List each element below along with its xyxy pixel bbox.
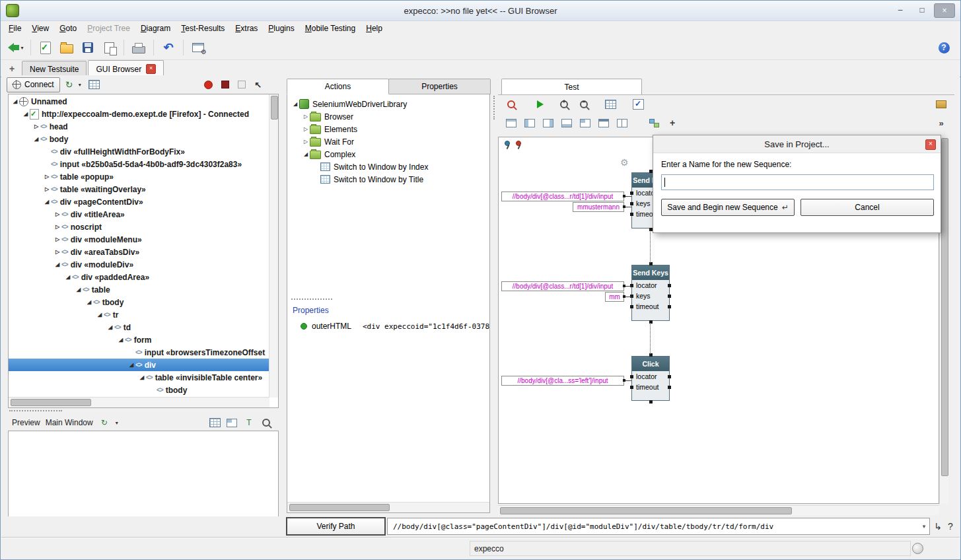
- print-icon[interactable]: [129, 38, 149, 57]
- diagram-block[interactable]: Clicklocatortimeout: [631, 356, 670, 401]
- settings-icon[interactable]: [188, 38, 208, 57]
- chevron-down-icon[interactable]: ▾: [116, 420, 122, 426]
- tree-expand-icon[interactable]: ▷: [302, 126, 310, 132]
- tree-item[interactable]: ◢<>form: [9, 333, 269, 346]
- tree-expand-icon[interactable]: ◢: [291, 101, 299, 107]
- tree-item[interactable]: <>div «fullHeightWidthForBodyFix»: [9, 145, 269, 158]
- verify-path-button[interactable]: Verify Path: [286, 517, 386, 536]
- tree-item[interactable]: ◢<>div «moduleDiv»: [9, 258, 269, 271]
- canvas-hscrollbar[interactable]: [498, 505, 939, 515]
- grid-icon[interactable]: [209, 417, 221, 429]
- open-icon[interactable]: [57, 38, 77, 57]
- tree-expand-icon[interactable]: ▷: [43, 174, 51, 180]
- input-pin[interactable]: [630, 213, 633, 216]
- menu-help[interactable]: Help: [361, 22, 388, 35]
- tab-new-testsuite[interactable]: New Testsuite: [22, 61, 87, 77]
- test-tab[interactable]: Test: [501, 79, 642, 94]
- tree-expand-icon[interactable]: ◢: [11, 98, 19, 104]
- tree-expand-icon[interactable]: ▷: [53, 211, 61, 217]
- preview-splitter[interactable]: [9, 410, 62, 411]
- tree-expand-icon[interactable]: ◢: [117, 337, 125, 343]
- tree-item[interactable]: ▷<>table «popup»: [9, 170, 269, 183]
- chevron-down-icon[interactable]: ▾: [20, 45, 23, 51]
- output-pin[interactable]: [668, 284, 671, 287]
- tree-item[interactable]: ▷<>table «waitingOverlay»: [9, 183, 269, 195]
- layout-title-icon[interactable]: [597, 116, 610, 129]
- pin-value[interactable]: //body/div[@cla...ss='left']/input: [501, 376, 624, 386]
- dom-grid-icon[interactable]: [87, 77, 102, 92]
- layout-left-icon[interactable]: [523, 116, 536, 129]
- tree-item[interactable]: ▷<>div «areaTabsDiv»: [9, 246, 269, 258]
- zoom-in-icon[interactable]: +: [557, 98, 571, 111]
- tree-item[interactable]: ◢http://expeccoalm-demo.exept.de [Firefo…: [9, 108, 269, 120]
- new-tab-button[interactable]: +: [6, 63, 18, 75]
- find-icon[interactable]: [505, 98, 518, 111]
- tab-properties[interactable]: Properties: [388, 79, 491, 94]
- add-icon[interactable]: +: [666, 116, 679, 129]
- input-pin[interactable]: [630, 375, 633, 378]
- xpath-dropdown-icon[interactable]: ▾: [919, 523, 929, 530]
- help-icon[interactable]: ?: [934, 38, 954, 57]
- unpin-icon[interactable]: [513, 140, 522, 150]
- tree-item[interactable]: ◢<>tr: [9, 308, 269, 321]
- pin-icon[interactable]: [502, 140, 511, 150]
- pin-value[interactable]: mm: [605, 292, 624, 302]
- insert-path-icon[interactable]: ↳: [932, 519, 944, 534]
- layout-bottom-icon[interactable]: [560, 116, 573, 129]
- folder-icon[interactable]: [935, 98, 948, 111]
- tree-item[interactable]: ◢<>table: [9, 283, 269, 296]
- menu-mobile-testing[interactable]: Mobile Testing: [300, 22, 361, 35]
- run-icon[interactable]: [534, 98, 547, 111]
- tree-expand-icon[interactable]: ▷: [32, 123, 40, 129]
- menu-plugins[interactable]: Plugins: [263, 22, 299, 35]
- action-item[interactable]: Switch to Window by Index: [287, 160, 488, 173]
- close-button[interactable]: ×: [934, 3, 955, 18]
- pin-value[interactable]: //body/div[@class...r/td[1]/div/input: [501, 192, 624, 201]
- select-all-icon[interactable]: ✓: [631, 98, 645, 111]
- menu-goto[interactable]: Goto: [54, 22, 82, 35]
- tree-expand-icon[interactable]: ◢: [106, 324, 114, 330]
- back-icon[interactable]: ▾: [6, 38, 26, 57]
- chevron-down-icon[interactable]: ▾: [79, 82, 85, 88]
- tree-expand-icon[interactable]: ◢: [127, 362, 135, 368]
- gear-icon[interactable]: ⚙: [620, 157, 629, 168]
- menu-view[interactable]: View: [26, 22, 54, 35]
- tree-expand-icon[interactable]: ▷: [302, 114, 310, 120]
- tree-item[interactable]: ◢<>div: [9, 359, 269, 371]
- tree-expand-icon[interactable]: ◢: [53, 262, 61, 267]
- tab-close-icon[interactable]: ×: [146, 64, 156, 74]
- tree-item[interactable]: ◢<>div «paddedArea»: [9, 271, 269, 283]
- minimize-button[interactable]: –: [890, 3, 910, 17]
- tree-item[interactable]: ◢<>td: [9, 321, 269, 333]
- zoom-out-icon[interactable]: –: [577, 98, 590, 111]
- sequence-name-input[interactable]: [661, 174, 934, 190]
- input-pin[interactable]: [630, 202, 633, 205]
- maximize-button[interactable]: □: [912, 3, 932, 17]
- layout-right-icon[interactable]: [542, 116, 555, 129]
- new-diagram-icon[interactable]: [647, 116, 660, 129]
- tree-expand-icon[interactable]: ◢: [64, 274, 72, 280]
- action-item[interactable]: ▷Elements: [287, 123, 488, 135]
- tree-item[interactable]: ▷<>head: [9, 120, 269, 133]
- layout-top-icon[interactable]: [505, 116, 518, 129]
- tree-item[interactable]: ◢Unnamed: [9, 95, 269, 108]
- output-pin[interactable]: [668, 295, 671, 298]
- tab-actions[interactable]: Actions: [287, 79, 389, 94]
- tree-expand-icon[interactable]: ◢: [75, 287, 83, 293]
- undo-icon[interactable]: ↶: [159, 38, 178, 57]
- xpath-field[interactable]: //body/div[@class="pageContentDiv"]/div[…: [387, 518, 930, 535]
- refresh-icon[interactable]: ↻: [62, 77, 77, 92]
- property-row[interactable]: outerHTML<div expeccoid="1c1f4d6f-0378-4…: [287, 320, 489, 333]
- preview-window-select[interactable]: Main Window: [46, 418, 93, 427]
- vertical-splitter[interactable]: [491, 79, 497, 513]
- tree-expand-icon[interactable]: ◢: [138, 374, 146, 380]
- cancel-button[interactable]: Cancel: [801, 199, 934, 216]
- properties-header[interactable]: Properties: [293, 306, 329, 315]
- tree-item[interactable]: ▷<>noscript: [9, 221, 269, 233]
- dialog-close-button[interactable]: ×: [925, 139, 936, 150]
- pick-element-icon[interactable]: ↖: [251, 77, 266, 92]
- tree-item[interactable]: ◢<>table «invisibleTable center»: [9, 371, 269, 384]
- tree-item[interactable]: ◢<>tbody: [9, 296, 269, 308]
- tree-item[interactable]: ▷<>div «moduleMenu»: [9, 233, 269, 246]
- actions-properties-splitter[interactable]: [291, 298, 332, 300]
